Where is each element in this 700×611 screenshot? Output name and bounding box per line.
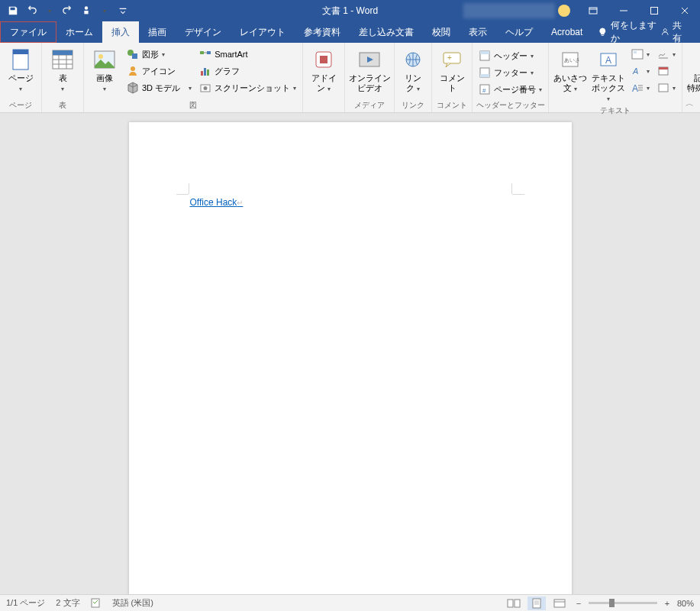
lightbulb-icon bbox=[598, 27, 608, 37]
link-button[interactable]: リン ク ▾ bbox=[398, 44, 428, 93]
chart-button[interactable]: グラフ bbox=[196, 63, 299, 79]
tab-home[interactable]: ホーム bbox=[56, 21, 102, 43]
tab-draw[interactable]: 描画 bbox=[139, 21, 176, 43]
view-read-button[interactable] bbox=[505, 596, 523, 610]
tab-acrobat[interactable]: Acrobat bbox=[542, 21, 592, 43]
document-area[interactable]: Office Hack↵ bbox=[0, 113, 700, 594]
header-button[interactable]: ヘッダー ▾ bbox=[476, 47, 545, 64]
signature-icon bbox=[657, 48, 669, 60]
title-right bbox=[463, 0, 700, 21]
share-button[interactable]: 共有 bbox=[660, 21, 700, 43]
comment-label: コメン ト bbox=[440, 73, 465, 92]
smartart-icon bbox=[199, 48, 211, 60]
addins-button[interactable]: アドイ ン ▾ bbox=[306, 44, 341, 93]
document-page[interactable]: Office Hack↵ bbox=[129, 122, 572, 594]
user-avatar[interactable] bbox=[558, 5, 570, 17]
svg-rect-47 bbox=[533, 599, 540, 608]
share-icon bbox=[660, 27, 670, 37]
sigline-button[interactable]: ▾ bbox=[654, 46, 679, 63]
quickparts-button[interactable]: ▾ bbox=[628, 46, 653, 63]
page-icon bbox=[8, 47, 33, 72]
group-pages-label: ページ bbox=[3, 99, 38, 112]
zoom-out-button[interactable]: − bbox=[573, 599, 584, 608]
view-web-button[interactable] bbox=[550, 596, 569, 610]
zoom-level[interactable]: 80% bbox=[677, 599, 694, 608]
zoom-in-button[interactable]: + bbox=[662, 599, 673, 608]
tab-review[interactable]: 校閲 bbox=[423, 21, 460, 43]
save-button[interactable] bbox=[5, 2, 21, 19]
minimize-button[interactable] bbox=[608, 0, 639, 21]
zoom-thumb[interactable] bbox=[609, 599, 615, 607]
svg-rect-48 bbox=[554, 600, 565, 607]
redo-button[interactable] bbox=[60, 2, 76, 19]
group-text-label: テキスト bbox=[552, 104, 679, 118]
tab-layout[interactable]: レイアウト bbox=[231, 21, 295, 43]
status-page[interactable]: 1/1 ページ bbox=[6, 597, 45, 609]
online-video-button[interactable]: オンライン ビデオ bbox=[348, 44, 391, 93]
svg-rect-21 bbox=[320, 56, 327, 63]
datetime-icon bbox=[657, 65, 669, 77]
undo-drop-icon[interactable]: ▾ bbox=[41, 2, 58, 19]
status-lang[interactable]: 英語 (米国) bbox=[112, 597, 153, 609]
undo-button[interactable] bbox=[23, 2, 40, 19]
group-illustrations: 画像▾ 図形 ▾ アイコン 3D モデル ▾ SmartArt グラフ スクリー… bbox=[84, 43, 303, 112]
comment-icon: + bbox=[440, 47, 464, 72]
svg-rect-29 bbox=[480, 74, 489, 77]
tab-references[interactable]: 参考資料 bbox=[295, 21, 350, 43]
touch-drop-icon[interactable]: ▾ bbox=[96, 2, 113, 19]
datetime-button[interactable] bbox=[654, 63, 679, 79]
symbol-button[interactable]: Ω 記号と 特殊文字 ▾ bbox=[685, 44, 700, 93]
svg-rect-2 bbox=[651, 8, 658, 15]
wordart-button[interactable]: A▾ bbox=[628, 63, 653, 79]
qat-customize-button[interactable] bbox=[115, 2, 131, 19]
greeting-label: あいさつ 文 bbox=[553, 73, 587, 92]
smartart-button[interactable]: SmartArt bbox=[196, 46, 299, 63]
document-hyperlink[interactable]: Office Hack↵ bbox=[190, 197, 244, 209]
object-button[interactable]: ▾ bbox=[654, 79, 679, 96]
close-button[interactable] bbox=[669, 0, 700, 21]
comment-button[interactable]: + コメン ト bbox=[435, 44, 469, 93]
symbol-label: 記号と 特殊文字 bbox=[687, 73, 700, 92]
tab-file[interactable]: ファイル bbox=[0, 21, 56, 43]
svg-point-3 bbox=[663, 29, 666, 32]
icons-button[interactable]: アイコン bbox=[124, 63, 195, 79]
greeting-button[interactable]: あいさつ あいさつ 文 ▾ bbox=[552, 44, 589, 93]
collapse-ribbon-button[interactable]: ︿ bbox=[685, 98, 694, 109]
tab-help[interactable]: ヘルプ bbox=[496, 21, 542, 43]
svg-rect-27 bbox=[480, 51, 489, 54]
footer-icon bbox=[479, 66, 491, 79]
3dmodels-button[interactable]: 3D モデル ▾ bbox=[124, 79, 195, 96]
footer-button[interactable]: フッター ▾ bbox=[476, 64, 545, 81]
status-words[interactable]: 2 文字 bbox=[56, 597, 79, 609]
tell-me-search[interactable]: 何をしますか bbox=[598, 21, 660, 43]
shapes-button[interactable]: 図形 ▾ bbox=[124, 46, 195, 63]
tab-view[interactable]: 表示 bbox=[460, 21, 496, 43]
view-print-button[interactable] bbox=[527, 596, 546, 610]
video-icon bbox=[357, 47, 382, 72]
user-name-area[interactable] bbox=[463, 3, 555, 18]
table-button[interactable]: 表▾ bbox=[45, 44, 80, 93]
ribbon-display-button[interactable] bbox=[578, 0, 608, 21]
svg-rect-37 bbox=[634, 51, 637, 53]
svg-rect-17 bbox=[207, 70, 209, 76]
touch-mode-button[interactable] bbox=[78, 2, 95, 19]
zoom-slider[interactable] bbox=[589, 602, 657, 604]
textbox-label: テキスト ボックス bbox=[592, 73, 625, 92]
addins-label: アドイ ン bbox=[311, 73, 337, 92]
dropcap-button[interactable]: A▾ bbox=[628, 79, 653, 96]
tab-mailings[interactable]: 差し込み文書 bbox=[350, 21, 423, 43]
tab-insert[interactable]: 挿入 bbox=[102, 21, 139, 43]
svg-rect-11 bbox=[132, 53, 137, 59]
pagenum-button[interactable]: #ページ番号 ▾ bbox=[476, 81, 545, 98]
maximize-button[interactable] bbox=[639, 0, 669, 21]
group-comments-label: コメント bbox=[435, 99, 469, 112]
pages-label: ページ bbox=[8, 73, 34, 82]
ribbon: ページ▾ ページ 表▾ 表 画像▾ 図形 ▾ アイコン 3D モデル ▾ bbox=[0, 43, 700, 113]
margin-mark bbox=[511, 183, 512, 194]
textbox-button[interactable]: A テキスト ボックス ▾ bbox=[590, 44, 627, 104]
screenshot-button[interactable]: スクリーンショット ▾ bbox=[196, 79, 299, 96]
status-proof-icon[interactable] bbox=[91, 597, 102, 609]
pictures-button[interactable]: 画像▾ bbox=[87, 44, 122, 93]
tab-design[interactable]: デザイン bbox=[176, 21, 231, 43]
pages-button[interactable]: ページ▾ bbox=[3, 44, 38, 93]
